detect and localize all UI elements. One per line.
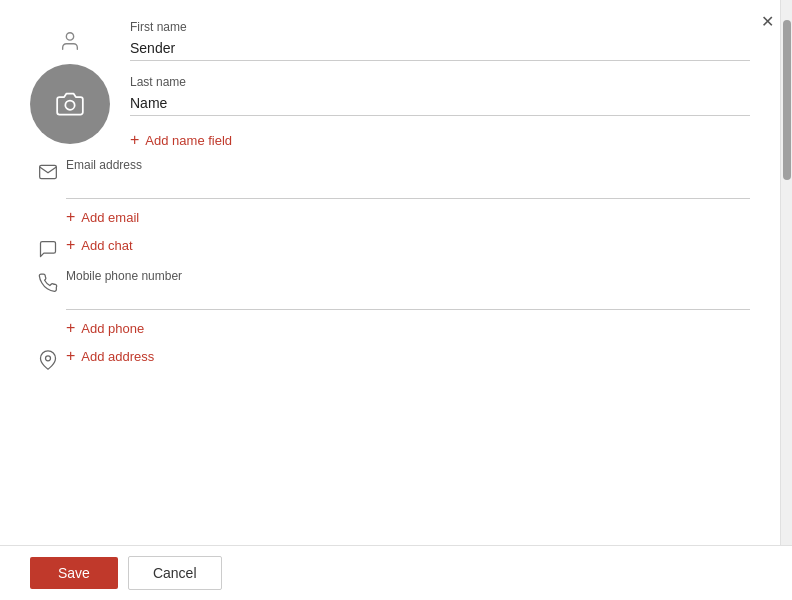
dialog-body: First name Last name + Add name field bbox=[0, 0, 792, 545]
address-section: + Add address bbox=[30, 346, 750, 370]
contact-dialog: ✕ bbox=[0, 0, 792, 600]
plus-icon: + bbox=[66, 237, 75, 253]
camera-icon bbox=[56, 90, 84, 118]
add-name-field-button[interactable]: + Add name field bbox=[130, 132, 750, 148]
scrollbar-thumb[interactable] bbox=[783, 20, 791, 180]
name-fields-column: First name Last name + Add name field bbox=[130, 20, 750, 148]
add-chat-button[interactable]: + Add chat bbox=[66, 237, 750, 253]
phone-label: Mobile phone number bbox=[66, 269, 750, 283]
email-section: Email address + Add email bbox=[30, 158, 750, 225]
last-name-label: Last name bbox=[130, 75, 750, 89]
address-content: + Add address bbox=[66, 346, 750, 364]
content-area: First name Last name + Add name field bbox=[0, 0, 780, 545]
phone-icon bbox=[30, 269, 66, 293]
phone-content: Mobile phone number + Add phone bbox=[66, 269, 750, 336]
phone-input[interactable] bbox=[66, 285, 750, 310]
first-name-label: First name bbox=[130, 20, 750, 34]
avatar-column bbox=[30, 30, 110, 144]
scrollbar[interactable] bbox=[780, 0, 792, 545]
email-label: Email address bbox=[66, 158, 750, 172]
last-name-input[interactable] bbox=[130, 91, 750, 116]
first-name-group: First name bbox=[130, 20, 750, 61]
address-icon bbox=[30, 346, 66, 370]
add-name-label: Add name field bbox=[145, 133, 232, 148]
chat-icon bbox=[30, 235, 66, 259]
add-address-button[interactable]: + Add address bbox=[66, 348, 750, 364]
plus-icon: + bbox=[66, 209, 75, 225]
email-content: Email address + Add email bbox=[66, 158, 750, 225]
close-button[interactable]: ✕ bbox=[755, 10, 780, 34]
first-name-input[interactable] bbox=[130, 36, 750, 61]
avatar-photo-button[interactable] bbox=[30, 64, 110, 144]
cancel-button[interactable]: Cancel bbox=[128, 556, 222, 590]
last-name-group: Last name bbox=[130, 75, 750, 116]
phone-section: Mobile phone number + Add phone bbox=[30, 269, 750, 336]
dialog-footer: Save Cancel bbox=[0, 545, 792, 600]
svg-point-1 bbox=[65, 101, 74, 110]
svg-point-0 bbox=[66, 33, 73, 40]
add-phone-button[interactable]: + Add phone bbox=[66, 320, 750, 336]
save-button[interactable]: Save bbox=[30, 557, 118, 589]
add-phone-label: Add phone bbox=[81, 321, 144, 336]
add-email-label: Add email bbox=[81, 210, 139, 225]
add-email-button[interactable]: + Add email bbox=[66, 209, 750, 225]
add-address-label: Add address bbox=[81, 349, 154, 364]
svg-point-2 bbox=[46, 356, 51, 361]
chat-section: + Add chat bbox=[30, 235, 750, 259]
add-chat-label: Add chat bbox=[81, 238, 132, 253]
plus-icon: + bbox=[66, 320, 75, 336]
email-input[interactable] bbox=[66, 174, 750, 199]
name-section: First name Last name + Add name field bbox=[30, 20, 750, 148]
dialog-header: ✕ bbox=[755, 10, 780, 34]
email-icon bbox=[30, 158, 66, 182]
person-icon bbox=[59, 30, 81, 58]
plus-icon: + bbox=[130, 132, 139, 148]
chat-content: + Add chat bbox=[66, 235, 750, 253]
plus-icon: + bbox=[66, 348, 75, 364]
